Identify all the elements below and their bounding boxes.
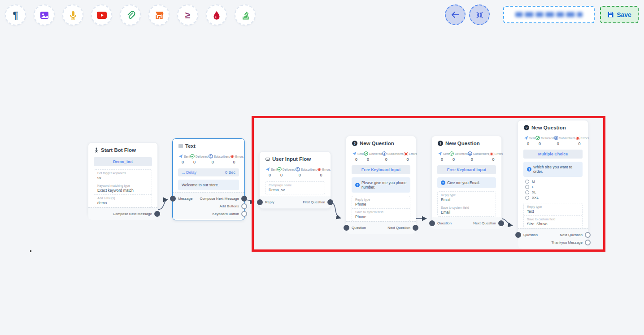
node-title: New Question <box>531 125 566 130</box>
campaign-fields: Campaign name Demo_sv <box>265 181 325 194</box>
option-xl[interactable]: XL <box>525 190 583 194</box>
stat-value: 0 <box>209 160 230 164</box>
keyword-matching-field[interactable]: Keyword matching type Exact keyword matc… <box>94 182 152 194</box>
output-connector-dot[interactable] <box>585 232 591 238</box>
back-button[interactable] <box>445 4 466 25</box>
question-type-button[interactable]: Free Keyboard Input <box>352 165 410 174</box>
field-value: Email <box>441 198 492 202</box>
question-type-button[interactable]: Multiple Choice <box>523 150 583 159</box>
question-input-port[interactable]: Question <box>352 225 366 231</box>
input-connector-dot[interactable] <box>344 225 349 231</box>
question-input-port[interactable]: Question <box>523 232 538 238</box>
toolbar-audio-button[interactable] <box>62 4 83 26</box>
toolbar-drip-button[interactable] <box>206 4 227 26</box>
output-connector-dot[interactable] <box>241 196 247 202</box>
toolbar-file-button[interactable] <box>120 4 141 26</box>
input-connector-dot[interactable] <box>257 199 263 205</box>
node-header: ? New Question <box>518 120 588 132</box>
stat-value: 0 <box>352 157 364 162</box>
stat-label: Subscribers <box>214 155 230 158</box>
message-preview[interactable]: Welcome to our store. <box>178 180 239 190</box>
subscribers-icon <box>296 167 300 172</box>
node-user-input-flow[interactable]: User Input Flow Sent0 Delivered0 Subscri… <box>259 151 331 209</box>
port-label: Question <box>523 233 538 237</box>
toolbar-ecommerce-button[interactable] <box>148 4 170 26</box>
output-connector-dot[interactable] <box>413 225 418 231</box>
output-connector-dot[interactable] <box>154 211 160 217</box>
node-title: New Question <box>445 141 480 146</box>
thankyou-message-port[interactable]: Thankyou Message <box>551 240 583 245</box>
output-connector-dot[interactable] <box>241 203 247 209</box>
next-question-port[interactable]: Next Question <box>473 220 496 226</box>
delivered-icon <box>190 154 195 159</box>
field-value: Phone <box>355 202 407 206</box>
campaign-name-field[interactable]: Campaign name Demo_sv <box>265 182 325 194</box>
toolbar-condition-button[interactable]: ≥ <box>177 4 198 26</box>
option-m[interactable]: M <box>525 180 583 184</box>
node-start-bot-flow[interactable]: Start Bot Flow Demo_bot Bot trigger keyw… <box>88 142 158 216</box>
compose-next-message-port[interactable]: Compose Next Message <box>200 196 239 202</box>
node-text[interactable]: Text Sent0 Delivered0 Subscribers0 Error… <box>172 138 245 220</box>
field-label: Save to custom field <box>527 218 579 221</box>
port-label: Next Question <box>387 226 410 230</box>
question-preview[interactable]: ? Please give me you phone number. <box>352 177 410 193</box>
add-buttons-port[interactable]: Add Buttons <box>219 203 239 209</box>
question-icon: ? <box>352 141 357 146</box>
reply-type-field[interactable]: Reply type Text <box>524 203 582 215</box>
stat-value: 0 <box>178 160 190 164</box>
store-icon <box>154 10 164 20</box>
input-connector-dot[interactable] <box>515 232 521 238</box>
option-xxl[interactable]: XXL <box>525 196 583 200</box>
next-question-port[interactable]: Next Question <box>387 225 410 231</box>
stat-value: 0 <box>277 173 296 177</box>
toolbar-stack-button[interactable] <box>235 4 256 26</box>
save-to-field[interactable]: Save to custom field Size_Shuvo <box>524 215 582 228</box>
input-connector-dot[interactable] <box>170 196 176 202</box>
fit-screen-button[interactable] <box>469 4 490 25</box>
field-label: Reply type <box>441 193 492 197</box>
flow-name-input[interactable] <box>503 6 595 23</box>
subscribers-icon <box>554 136 558 140</box>
microphone-icon <box>68 10 78 20</box>
output-connector-dot[interactable] <box>498 220 504 226</box>
toolbar-video-button[interactable] <box>91 4 112 26</box>
trigger-keywords-field[interactable]: Bot trigger keywords sv <box>94 170 152 182</box>
message-input-port[interactable]: Message <box>178 196 192 202</box>
node-new-question-2[interactable]: ? New Question Sent0 Delivered0 Subscrib… <box>431 136 502 225</box>
delay-setting[interactable]: ... Delay 0 Sec <box>178 168 239 176</box>
toolbar-image-button[interactable] <box>34 4 55 26</box>
stat-value: 0 <box>265 173 277 177</box>
add-labels-field[interactable]: Add Label(s) demo <box>94 194 152 207</box>
reply-input-port[interactable]: Reply <box>265 199 274 205</box>
stat-value: 0 <box>554 142 575 146</box>
node-new-question-1[interactable]: ? New Question Sent0 Delivered0 Subscrib… <box>346 136 416 225</box>
output-connector-dot[interactable] <box>585 240 591 245</box>
output-connector-dot[interactable] <box>241 211 247 217</box>
option-l[interactable]: L <box>525 185 583 189</box>
stat-value: 0 <box>382 157 404 162</box>
reply-type-field[interactable]: Reply type Email <box>438 192 496 204</box>
question-preview[interactable]: ? Which size you want to order. <box>523 162 583 177</box>
bot-name-button[interactable]: Demo_bot <box>94 157 152 166</box>
node-new-question-3[interactable]: ? New Question Sent0 Delivered0 Subscrib… <box>518 120 588 239</box>
question-type-button[interactable]: Free Keyboard Input <box>437 165 496 174</box>
subscribers-icon <box>468 151 472 156</box>
port-label: Compose Next Message <box>113 212 152 216</box>
keyboard-button-port[interactable]: Keyboard Button <box>212 211 239 217</box>
first-question-port[interactable]: First Question <box>303 199 325 205</box>
compose-next-message-port[interactable]: Compose Next Message <box>113 211 152 217</box>
reply-type-field[interactable]: Reply type Phone <box>352 196 410 208</box>
stat-label: Sent <box>529 137 535 140</box>
save-to-field[interactable]: Save to system field Phone <box>352 208 410 221</box>
save-to-field[interactable]: Save to system field Email <box>438 204 496 216</box>
youtube-icon <box>96 11 107 19</box>
output-connector-dot[interactable] <box>327 199 333 205</box>
node-header: Start Bot Flow <box>88 143 157 155</box>
port-label: Question <box>352 226 366 230</box>
input-connector-dot[interactable] <box>429 220 435 226</box>
question-preview[interactable]: ? Give me you Email. <box>437 177 496 188</box>
save-button[interactable]: Save <box>600 6 639 23</box>
question-input-port[interactable]: Question <box>437 220 452 226</box>
toolbar-text-button[interactable]: ¶ <box>5 4 26 26</box>
next-question-port[interactable]: Next Question <box>560 232 583 238</box>
